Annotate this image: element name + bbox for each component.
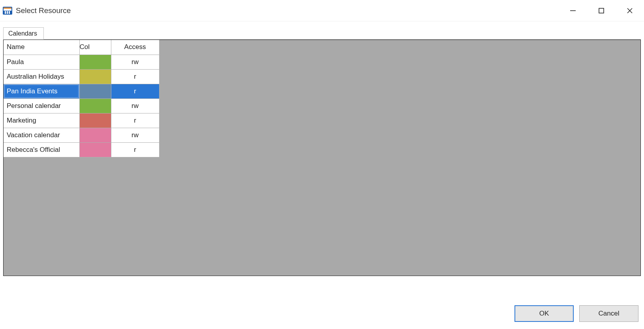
header-access[interactable]: Access	[111, 40, 159, 55]
color-swatch	[80, 143, 111, 157]
svg-rect-5	[9, 11, 10, 14]
color-swatch	[80, 70, 111, 84]
cancel-button[interactable]: Cancel	[579, 305, 638, 322]
cell-access[interactable]: r	[111, 142, 159, 157]
cell-name[interactable]: Vacation calendar	[4, 128, 79, 142]
color-swatch	[80, 128, 111, 142]
tabstrip: Calendars	[3, 26, 641, 40]
app-icon	[2, 6, 13, 16]
ok-button[interactable]: OK	[514, 305, 574, 322]
cell-name[interactable]: Personal calendar	[4, 98, 79, 113]
cell-color[interactable]	[79, 142, 111, 157]
minimize-button[interactable]	[559, 0, 587, 21]
titlebar: Select Resource	[0, 0, 644, 21]
cell-name[interactable]: Australian Holidays	[4, 69, 79, 84]
cell-access[interactable]: rw	[111, 55, 159, 69]
table-row[interactable]: Personal calendarrw	[4, 98, 159, 113]
header-name[interactable]: Name	[4, 40, 79, 55]
color-swatch	[80, 113, 111, 128]
cell-name[interactable]: Rebecca's Official	[4, 142, 79, 157]
cell-name[interactable]: Pan India Events	[4, 84, 79, 98]
table-row[interactable]: Vacation calendarrw	[4, 128, 159, 142]
content-panel: Name Col Access PaularwAustralian Holida…	[3, 40, 641, 276]
svg-rect-2	[4, 8, 11, 9]
table-header-row: Name Col Access	[4, 40, 159, 55]
svg-rect-7	[599, 8, 604, 13]
header-col[interactable]: Col	[79, 40, 111, 55]
svg-rect-3	[7, 11, 8, 14]
cell-access[interactable]: r	[111, 84, 159, 98]
color-swatch	[80, 99, 111, 113]
resource-table[interactable]: Name Col Access PaularwAustralian Holida…	[4, 40, 160, 157]
cell-color[interactable]	[79, 69, 111, 84]
table-row[interactable]: Australian Holidaysr	[4, 69, 159, 84]
cell-color[interactable]	[79, 128, 111, 142]
cell-access[interactable]: rw	[111, 98, 159, 113]
cell-access[interactable]: rw	[111, 128, 159, 142]
svg-rect-4	[5, 11, 6, 14]
maximize-button[interactable]	[587, 0, 616, 21]
tab-calendars[interactable]: Calendars	[3, 27, 44, 40]
color-swatch	[80, 84, 111, 98]
cell-color[interactable]	[79, 84, 111, 98]
table-row[interactable]: Paularw	[4, 55, 159, 69]
cell-name[interactable]: Paula	[4, 55, 79, 69]
window-title: Select Resource	[16, 6, 71, 15]
cell-color[interactable]	[79, 98, 111, 113]
table-row[interactable]: Marketingr	[4, 113, 159, 128]
table-row[interactable]: Rebecca's Officialr	[4, 142, 159, 157]
close-button[interactable]	[616, 0, 644, 21]
dialog-footer: OK Cancel	[514, 305, 638, 322]
close-icon	[626, 7, 633, 14]
minimize-icon	[569, 7, 576, 14]
maximize-icon	[598, 8, 605, 14]
color-swatch	[80, 55, 111, 69]
cell-access[interactable]: r	[111, 113, 159, 128]
cell-color[interactable]	[79, 113, 111, 128]
cell-name[interactable]: Marketing	[4, 113, 79, 128]
table-row[interactable]: Pan India Eventsr	[4, 84, 159, 98]
cell-access[interactable]: r	[111, 69, 159, 84]
cell-color[interactable]	[79, 55, 111, 69]
